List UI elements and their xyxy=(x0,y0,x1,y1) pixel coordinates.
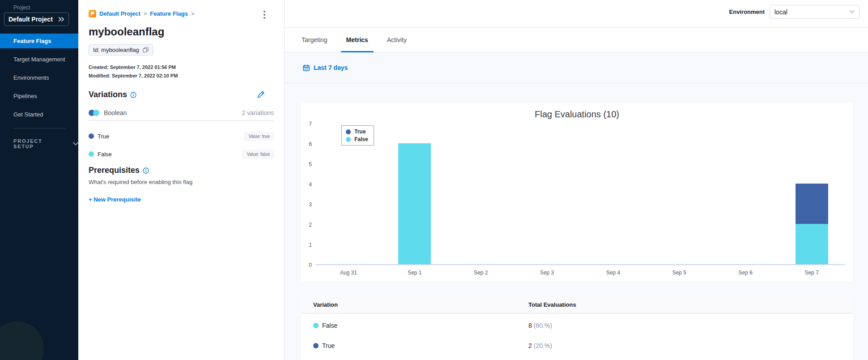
copy-icon[interactable] xyxy=(143,47,149,53)
flag-timestamps: Created: September 7, 2022 01:56 PM Modi… xyxy=(89,63,178,80)
variation-row: TrueValue: true xyxy=(89,127,274,145)
date-range-label: Last 7 days xyxy=(314,64,348,71)
chart-plot-area: 01234567Aug 31Sep 1Sep 2Sep 3Sep 4Sep 5S… xyxy=(315,124,845,265)
breadcrumb-project-link[interactable]: Default Project xyxy=(99,10,140,17)
total-percentage: (20.%) xyxy=(534,342,552,349)
flag-modified: Modified: September 7, 2022 02:10 PM xyxy=(89,72,178,80)
total-count: 2 xyxy=(528,342,534,349)
environment-label: Environment xyxy=(729,9,765,15)
kebab-menu-icon[interactable] xyxy=(260,9,269,20)
environment-select[interactable]: local xyxy=(770,5,859,19)
tab-activity[interactable]: Activity xyxy=(386,28,408,52)
x-axis-label: Aug 31 xyxy=(340,270,357,276)
x-axis-label: Sep 3 xyxy=(540,270,554,276)
feature-flag-icon xyxy=(89,10,96,17)
sidebar-item-get-started[interactable]: Get Started xyxy=(0,107,78,122)
divider xyxy=(89,120,274,121)
prerequisites-title: Prerequisites xyxy=(89,166,140,175)
sidebar: Project Default Project Feature FlagsTar… xyxy=(0,0,78,360)
edit-variations-button[interactable] xyxy=(256,90,267,101)
variation-name: True xyxy=(89,133,109,140)
x-axis-label: Sep 1 xyxy=(408,270,421,276)
table-cell-total: 2 (20.%) xyxy=(528,342,552,349)
sidebar-item-environments[interactable]: Environments xyxy=(0,70,78,85)
flag-created: Created: September 7, 2022 01:56 PM xyxy=(89,63,178,72)
x-axis-label: Sep 4 xyxy=(606,270,620,276)
breadcrumb-feature-flags-link[interactable]: Feature Flags xyxy=(150,10,188,17)
boolean-type-icon xyxy=(89,110,99,116)
flag-id-pill: Id: mybooleanflag xyxy=(89,44,153,56)
variation-name-label: True xyxy=(98,133,109,140)
sidebar-nav: Feature FlagsTarget ManagementEnvironmen… xyxy=(0,34,78,125)
variation-color-dot xyxy=(89,151,94,157)
column-header-variation: Variation xyxy=(301,301,528,308)
new-prerequisite-button[interactable]: + New Prerequisite xyxy=(89,196,141,203)
breadcrumb: Default Project > Feature Flags > xyxy=(89,10,194,17)
variation-name-label: False xyxy=(98,151,112,158)
variation-count: 2 variations xyxy=(242,109,274,116)
chevron-down-icon xyxy=(73,142,78,146)
bar-false-sep-1 xyxy=(398,143,431,264)
variations-heading: Variations xyxy=(89,90,136,99)
info-icon[interactable] xyxy=(143,167,149,174)
x-axis-label: Sep 6 xyxy=(739,270,753,276)
tab-bar: TargetingMetricsActivity xyxy=(285,28,868,52)
flag-detail-panel: Default Project > Feature Flags > mybool… xyxy=(78,0,285,360)
variation-value-pill: Value: false xyxy=(243,150,274,159)
table-cell-total: 8 (80.%) xyxy=(528,322,552,329)
variation-value-pill: Value: true xyxy=(244,132,274,141)
table-row: True2 (20.%) xyxy=(301,335,853,356)
info-icon[interactable] xyxy=(130,92,136,98)
y-axis-tick: 4 xyxy=(302,181,312,188)
variation-color-dot xyxy=(89,133,94,139)
tab-targeting[interactable]: Targeting xyxy=(301,28,328,52)
project-selector[interactable]: Default Project xyxy=(4,13,69,26)
breadcrumb-separator: > xyxy=(144,10,147,17)
total-percentage: (80.%) xyxy=(534,322,552,329)
project-setup-label: PROJECT SETUP xyxy=(13,138,63,149)
evaluations-table: Variation Total Evaluations False8 (80.%… xyxy=(301,296,853,360)
calendar-icon xyxy=(303,64,310,71)
variations-title: Variations xyxy=(89,90,127,99)
variation-type-label: Boolean xyxy=(104,109,127,116)
new-prerequisite-label: + New Prerequisite xyxy=(89,196,141,203)
y-axis-tick: 6 xyxy=(302,141,312,147)
y-axis-tick: 2 xyxy=(302,222,312,228)
prerequisites-subtitle: What's required before enabling this fla… xyxy=(89,179,192,185)
bar-false-sep-7 xyxy=(796,224,828,264)
variation-list: TrueValue: trueFalseValue: false xyxy=(89,127,274,163)
breadcrumb-separator: > xyxy=(191,10,195,17)
y-axis-tick: 7 xyxy=(302,121,312,127)
variation-color-dot xyxy=(313,323,319,328)
harness-logo-partial xyxy=(0,321,44,360)
flag-title: mybooleanflag xyxy=(89,26,164,38)
sidebar-item-target-management[interactable]: Target Management xyxy=(0,52,78,67)
y-axis-tick: 0 xyxy=(302,262,312,268)
variation-type-row: Boolean 2 variations xyxy=(89,109,274,116)
tab-metrics[interactable]: Metrics xyxy=(345,28,369,52)
project-selector-value: Default Project xyxy=(9,16,53,23)
sidebar-item-feature-flags[interactable]: Feature Flags xyxy=(0,34,78,48)
sidebar-divider xyxy=(13,128,66,129)
environment-topbar: Environment local xyxy=(285,0,868,28)
sidebar-item-pipelines[interactable]: Pipelines xyxy=(0,89,78,103)
bar-true-sep-7 xyxy=(796,184,828,224)
double-chevron-right-icon xyxy=(58,17,64,21)
column-header-total-evaluations: Total Evaluations xyxy=(528,301,576,308)
prerequisites-heading: Prerequisites xyxy=(89,166,149,175)
table-cell-variation: True xyxy=(301,342,528,349)
flag-evaluations-chart: Flag Evaluations (10) TrueFalse 01234567… xyxy=(301,103,853,281)
project-label: Project xyxy=(13,4,30,11)
variation-row: FalseValue: false xyxy=(89,145,274,163)
table-row: False8 (80.%) xyxy=(301,315,853,335)
chart-title: Flag Evaluations (10) xyxy=(301,109,853,120)
main-content: Environment local TargetingMetricsActivi… xyxy=(285,0,868,360)
table-variation-name: True xyxy=(322,342,335,349)
y-axis-tick: 3 xyxy=(302,201,312,208)
total-count: 8 xyxy=(528,322,534,329)
variation-name: False xyxy=(89,151,112,158)
environment-select-value: local xyxy=(774,9,787,16)
sidebar-section-project-setup[interactable]: PROJECT SETUP xyxy=(13,138,78,149)
date-range-filter[interactable]: Last 7 days xyxy=(285,52,868,83)
x-axis-label: Sep 5 xyxy=(672,270,686,276)
